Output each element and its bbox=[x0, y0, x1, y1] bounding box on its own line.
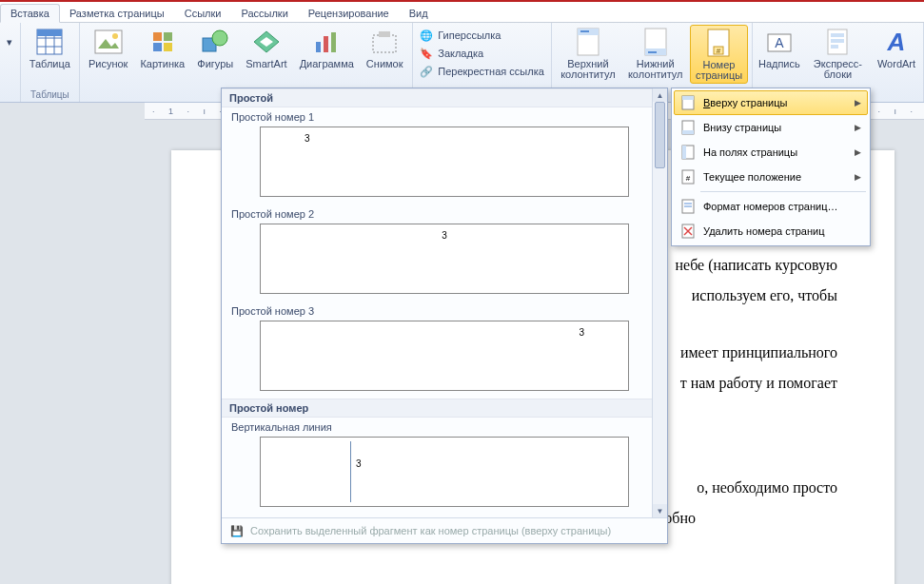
footer-icon bbox=[640, 27, 671, 57]
svg-rect-43 bbox=[682, 146, 686, 159]
svg-text:#: # bbox=[717, 47, 721, 55]
hyperlink-button[interactable]: 🌐Гиперссылка bbox=[415, 27, 548, 44]
gallery-item-vline[interactable]: 3 bbox=[260, 437, 629, 507]
table-label: Таблица bbox=[29, 59, 70, 69]
svg-rect-34 bbox=[831, 33, 844, 37]
table-button[interactable]: Таблица bbox=[25, 25, 75, 71]
picture-icon bbox=[93, 27, 124, 57]
footer-button[interactable]: Нижний колонтитул bbox=[623, 25, 687, 82]
page-top-icon bbox=[680, 95, 696, 110]
menu-top-of-page[interactable]: Вверху страницы ▶ bbox=[674, 90, 868, 115]
page-margin-icon bbox=[680, 145, 696, 160]
chart-icon bbox=[311, 27, 342, 57]
pagenumber-button[interactable]: #Номер страницы bbox=[690, 25, 748, 84]
textbox-icon: A bbox=[764, 27, 795, 57]
svg-rect-11 bbox=[153, 43, 162, 51]
gallery-item-3-label: Простой номер 3 bbox=[222, 302, 667, 319]
chevron-right-icon: ▶ bbox=[855, 147, 861, 157]
svg-rect-36 bbox=[831, 45, 838, 49]
header-button[interactable]: Верхний колонтитул bbox=[556, 25, 621, 82]
menu-separator bbox=[700, 191, 866, 192]
gallery-item-2-label: Простой номер 2 bbox=[222, 204, 667, 222]
svg-rect-19 bbox=[331, 32, 336, 52]
svg-text:A: A bbox=[775, 35, 784, 50]
clipart-button[interactable]: Картинка bbox=[135, 25, 189, 71]
tab-page-layout[interactable]: Разметка страницы bbox=[60, 5, 175, 22]
smartart-icon bbox=[251, 27, 282, 57]
pagenumber-submenu: Вверху страницы ▶ Внизу страницы ▶ На по… bbox=[671, 88, 871, 246]
wordart-icon: A bbox=[881, 27, 912, 57]
svg-rect-35 bbox=[831, 39, 844, 43]
gallery-item-3[interactable]: 3 bbox=[260, 321, 629, 391]
page-bottom-icon bbox=[680, 120, 696, 135]
quickparts-icon bbox=[822, 27, 853, 57]
menu-bottom-of-page[interactable]: Внизу страницы ▶ bbox=[674, 115, 868, 140]
ribbon-tabs: Вставка Разметка страницы Ссылки Рассылк… bbox=[0, 2, 924, 23]
shapes-button[interactable]: Фигуры bbox=[192, 25, 238, 71]
delete-icon bbox=[680, 224, 696, 239]
svg-rect-41 bbox=[682, 130, 694, 134]
svg-rect-12 bbox=[164, 43, 172, 51]
svg-rect-9 bbox=[153, 32, 162, 41]
picture-button[interactable]: Рисунок bbox=[84, 25, 133, 71]
globe-icon: 🌐 bbox=[419, 28, 434, 43]
gallery-item-1[interactable]: 3 bbox=[260, 127, 629, 197]
crossref-icon: 🔗 bbox=[419, 64, 434, 79]
crossref-button[interactable]: 🔗Перекрестная ссылка bbox=[415, 63, 548, 80]
cursor-position-icon: # bbox=[680, 169, 696, 185]
gallery-item-vline-label: Вертикальная линия bbox=[222, 418, 667, 435]
svg-rect-17 bbox=[316, 42, 321, 52]
menu-format-page-numbers[interactable]: Формат номеров страниц… bbox=[674, 194, 868, 219]
gallery-item-2[interactable]: 3 bbox=[260, 224, 629, 294]
scroll-up-icon[interactable]: ▲ bbox=[653, 88, 667, 102]
group-label-tables: Таблицы bbox=[30, 89, 69, 102]
table-icon bbox=[34, 27, 65, 57]
vertical-line-icon bbox=[350, 441, 351, 502]
gallery-header-simple: Простой bbox=[222, 88, 667, 107]
format-icon bbox=[680, 199, 696, 214]
tab-references[interactable]: Ссылки bbox=[175, 5, 232, 22]
svg-rect-39 bbox=[682, 96, 694, 100]
svg-rect-6 bbox=[95, 30, 122, 53]
svg-text:A: A bbox=[887, 28, 906, 56]
wordart-button[interactable]: AWordArt bbox=[874, 25, 919, 71]
bookmark-button[interactable]: 🔖Закладка bbox=[415, 45, 548, 62]
clipart-icon bbox=[147, 27, 178, 57]
svg-rect-20 bbox=[373, 35, 396, 52]
group-tables: Таблица Таблицы bbox=[21, 23, 80, 102]
svg-point-14 bbox=[212, 30, 227, 46]
tab-view[interactable]: Вид bbox=[400, 5, 439, 22]
tab-mailings[interactable]: Рассылки bbox=[231, 5, 298, 22]
pagenumber-gallery: Простой Простой номер 1 3 Простой номер … bbox=[221, 88, 668, 544]
menu-remove-page-numbers[interactable]: Удалить номера страниц bbox=[674, 219, 868, 243]
gallery-header-simplenum: Простой номер bbox=[222, 399, 667, 418]
svg-rect-18 bbox=[324, 36, 328, 52]
chevron-right-icon: ▶ bbox=[855, 172, 861, 182]
svg-rect-10 bbox=[164, 32, 172, 41]
chevron-right-icon: ▶ bbox=[855, 123, 861, 132]
svg-rect-21 bbox=[379, 31, 390, 37]
chart-button[interactable]: Диаграмма bbox=[295, 25, 359, 71]
pagenumber-icon: # bbox=[703, 28, 734, 58]
scroll-thumb[interactable] bbox=[655, 102, 665, 168]
screenshot-button[interactable]: Снимок bbox=[362, 25, 408, 71]
shapes-icon bbox=[200, 27, 230, 57]
scroll-down-icon[interactable]: ▼ bbox=[653, 504, 667, 517]
menu-page-margins[interactable]: На полях страницы ▶ bbox=[674, 140, 868, 165]
header-icon bbox=[573, 27, 603, 57]
tab-review[interactable]: Рецензирование bbox=[299, 5, 400, 22]
gallery-save-selection[interactable]: 💾 Сохранить выделенный фрагмент как номе… bbox=[222, 517, 667, 543]
chevron-right-icon: ▶ bbox=[855, 98, 861, 107]
smartart-button[interactable]: SmartArt bbox=[241, 25, 291, 71]
svg-point-8 bbox=[112, 33, 118, 39]
textbox-button[interactable]: AНадпись bbox=[757, 25, 802, 71]
svg-rect-5 bbox=[37, 29, 62, 36]
svg-text:#: # bbox=[686, 174, 691, 183]
gallery-scrollbar[interactable]: ▲ ▼ bbox=[652, 88, 667, 517]
bookmark-icon: 🔖 bbox=[419, 46, 434, 61]
screenshot-icon bbox=[369, 27, 400, 57]
quickparts-button[interactable]: Экспресс-блоки bbox=[805, 25, 871, 82]
menu-current-position[interactable]: # Текущее положение ▶ bbox=[674, 165, 868, 189]
save-fragment-icon: 💾 bbox=[229, 523, 245, 538]
tab-insert[interactable]: Вставка bbox=[0, 4, 60, 23]
